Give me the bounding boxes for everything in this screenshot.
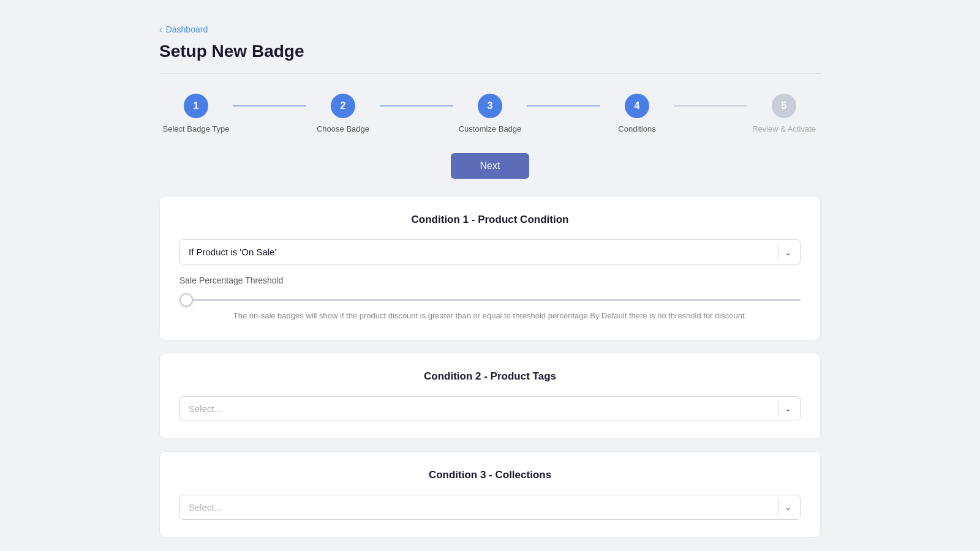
stepper: 1 Select Badge Type 2 Choose Badge 3 C [159,94,821,133]
step-2: 2 Choose Badge [306,94,380,133]
breadcrumb-label: Dashboard [166,24,208,34]
step-2-number: 2 [341,100,346,111]
step-3-number: 3 [488,100,493,111]
slider-label: Sale Percentage Threshold [179,276,801,285]
step-3-label: Customize Badge [459,124,522,133]
condition-2-card: Condition 2 - Product Tags Select... Tag… [159,353,821,439]
back-arrow-icon: ‹ [159,24,162,34]
dropdown-divider [778,244,778,260]
title-divider [159,73,821,74]
dropdown-divider-2 [778,401,778,416]
step-5: 5 Review & Activate [747,94,821,133]
step-3-circle: 3 [478,94,502,118]
condition-1-card: Condition 1 - Product Condition If Produ… [159,196,821,340]
condition-3-dropdown-wrapper: Select... Collection 1 Collection 2 ⌄ [179,495,801,520]
step-5-number: 5 [782,100,787,111]
condition-1-dropdown-wrapper: If Product is 'On Sale' If Product is 'N… [179,239,801,264]
step-1-label: Select Badge Type [163,124,230,133]
breadcrumb[interactable]: ‹ Dashboard [159,24,821,34]
condition-2-dropdown-wrapper: Select... Tag 1 Tag 2 ⌄ [179,396,801,421]
dropdown-divider-3 [778,500,778,515]
step-2-circle: 2 [331,94,355,118]
condition-1-title: Condition 1 - Product Condition [179,214,801,226]
condition-3-card: Condition 3 - Collections Select... Coll… [159,451,821,538]
condition-2-dropdown[interactable]: Select... Tag 1 Tag 2 [179,396,801,421]
step-4-circle: 4 [625,94,649,118]
slider-hint: The on-sale badges will show if the prod… [179,310,801,323]
step-4-number: 4 [635,100,640,111]
sale-percentage-slider[interactable] [179,299,801,301]
step-4: 4 Conditions [600,94,674,133]
condition-3-title: Condition 3 - Collections [179,469,801,481]
connector-3-4 [527,105,600,107]
step-1-number: 1 [194,100,199,111]
step-1-circle: 1 [184,94,208,118]
next-button-wrapper: Next [159,153,821,179]
step-1: 1 Select Badge Type [159,94,233,133]
connector-1-2 [233,105,306,107]
step-3: 3 Customize Badge [453,94,527,133]
condition-3-dropdown[interactable]: Select... Collection 1 Collection 2 [179,495,801,520]
connector-4-5 [674,105,747,107]
step-5-circle: 5 [772,94,796,118]
connector-2-3 [380,105,453,107]
step-2-label: Choose Badge [317,124,369,133]
next-button[interactable]: Next [451,153,530,179]
page-title: Setup New Badge [159,42,821,61]
condition-1-dropdown[interactable]: If Product is 'On Sale' If Product is 'N… [179,239,801,264]
step-5-label: Review & Activate [752,124,816,133]
condition-2-title: Condition 2 - Product Tags [179,370,801,383]
step-4-label: Conditions [618,124,655,133]
